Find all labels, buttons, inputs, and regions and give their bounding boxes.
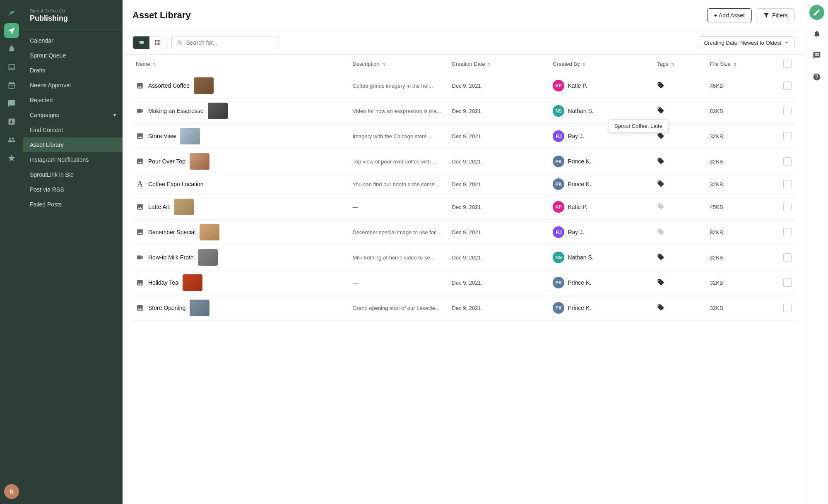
- sidebar-item-rejected[interactable]: Rejected: [23, 93, 123, 108]
- sidebar-item-instagram-notifications[interactable]: Instagram Notifications: [23, 152, 123, 167]
- tag-cell[interactable]: [657, 132, 664, 141]
- tag-cell[interactable]: Sprout Coffee, Latte: [657, 107, 664, 115]
- alerts-icon[interactable]: [809, 26, 824, 41]
- creator-name: Nathan S.: [568, 254, 593, 261]
- tag-cell[interactable]: [657, 304, 664, 312]
- asset-select[interactable]: [780, 124, 795, 149]
- row-checkbox[interactable]: [783, 278, 792, 287]
- asset-tags[interactable]: [654, 270, 707, 295]
- help-icon[interactable]: [809, 70, 824, 84]
- sidebar-item-needs-approval[interactable]: Needs Approval: [23, 78, 123, 93]
- sidebar-item-label: Needs Approval: [30, 82, 71, 89]
- tag-cell[interactable]: [657, 253, 664, 262]
- asset-tags[interactable]: [654, 174, 707, 194]
- tag-cell[interactable]: [657, 180, 664, 189]
- sidebar-item-sproutlink-in-bio[interactable]: SproutLink in Bio: [23, 167, 123, 182]
- col-tags[interactable]: Tags ⇅: [654, 55, 707, 73]
- notification-icon[interactable]: [4, 41, 19, 56]
- search-input[interactable]: [186, 39, 274, 46]
- col-file-size[interactable]: File Size ⇅: [707, 55, 780, 73]
- asset-description: Imagery with the Chicago store ...: [349, 124, 449, 149]
- asset-type-icon: [136, 304, 144, 312]
- add-asset-button[interactable]: + Add Asset: [707, 8, 752, 22]
- sidebar-item-failed-posts[interactable]: Failed Posts: [23, 197, 123, 212]
- asset-select[interactable]: [780, 295, 795, 321]
- asset-date: Dec 9, 2021: [449, 245, 550, 270]
- tag-cell[interactable]: [657, 203, 664, 211]
- filters-button[interactable]: Filters: [756, 8, 795, 22]
- chat-icon[interactable]: [809, 48, 824, 63]
- sidebar: Sprout Coffee Co. Publishing Calendar Sp…: [23, 0, 123, 504]
- tag-cell[interactable]: [657, 157, 664, 166]
- sort-dropdown[interactable]: Creating Date: Newest to Oldest: [699, 36, 795, 49]
- asset-name-cell: How-to Milk Froth: [132, 245, 349, 270]
- select-all-checkbox[interactable]: [783, 60, 792, 68]
- compose-icon[interactable]: [809, 5, 824, 20]
- star-icon[interactable]: [4, 151, 19, 166]
- asset-select[interactable]: [780, 270, 795, 295]
- row-checkbox[interactable]: [783, 203, 792, 211]
- asset-thumbnail: [200, 224, 219, 240]
- sidebar-item-find-content[interactable]: Find Content: [23, 122, 123, 137]
- tag-cell[interactable]: [657, 82, 664, 90]
- asset-tags[interactable]: [654, 124, 707, 149]
- tasks-icon[interactable]: [4, 78, 19, 93]
- row-checkbox[interactable]: [783, 253, 792, 262]
- tag-cell[interactable]: [657, 278, 664, 287]
- col-name[interactable]: Name ⇅: [132, 55, 349, 73]
- asset-filesize: 45KB: [707, 194, 780, 220]
- inbox-icon[interactable]: [4, 60, 19, 74]
- asset-date: Dec 9, 2021: [449, 194, 550, 220]
- asset-select[interactable]: [780, 194, 795, 220]
- asset-select[interactable]: [780, 245, 795, 270]
- main-header: Asset Library + Add Asset Filters: [123, 0, 805, 31]
- asset-tags[interactable]: [654, 245, 707, 270]
- header-actions: + Add Asset Filters: [707, 8, 795, 22]
- sidebar-item-campaigns[interactable]: Campaigns ▾: [23, 108, 123, 122]
- row-checkbox[interactable]: [783, 107, 792, 115]
- row-checkbox[interactable]: [783, 228, 792, 236]
- sidebar-item-label: Rejected: [30, 97, 53, 103]
- asset-name-cell: Pour Over Top: [132, 149, 349, 174]
- asset-tags[interactable]: [654, 220, 707, 245]
- row-checkbox[interactable]: [783, 132, 792, 140]
- analytics-icon[interactable]: [4, 114, 19, 129]
- creator-avatar: PK: [553, 302, 564, 314]
- asset-description: Grand opening shot of our Lakevie...: [349, 295, 449, 321]
- sidebar-item-calendar[interactable]: Calendar: [23, 33, 123, 48]
- listening-icon[interactable]: [4, 96, 19, 111]
- icon-rail: N: [0, 0, 23, 504]
- row-checkbox[interactable]: [783, 157, 792, 166]
- asset-tags[interactable]: [654, 295, 707, 321]
- row-checkbox[interactable]: [783, 82, 792, 90]
- asset-tags[interactable]: Sprout Coffee, Latte: [654, 98, 707, 124]
- search-container[interactable]: [171, 36, 279, 49]
- tag-cell[interactable]: [657, 228, 664, 237]
- list-view-button[interactable]: [133, 36, 149, 49]
- asset-tags[interactable]: [654, 194, 707, 220]
- col-created-by[interactable]: Created By ⇅: [549, 55, 654, 73]
- asset-select[interactable]: [780, 149, 795, 174]
- asset-thumbnail: [208, 103, 228, 119]
- asset-tags[interactable]: [654, 149, 707, 174]
- social-icon[interactable]: [4, 132, 19, 147]
- asset-description: —: [349, 270, 449, 295]
- sidebar-item-drafts[interactable]: Drafts: [23, 63, 123, 78]
- row-checkbox[interactable]: [783, 304, 792, 312]
- asset-tags[interactable]: [654, 73, 707, 98]
- sidebar-item-sprout-queue[interactable]: Sprout Queue: [23, 48, 123, 63]
- user-avatar[interactable]: N: [4, 484, 19, 499]
- sidebar-item-asset-library[interactable]: Asset Library: [23, 137, 123, 152]
- asset-select[interactable]: [780, 174, 795, 194]
- asset-filesize: 32KB: [707, 149, 780, 174]
- asset-creator: KP Katie P.: [549, 194, 654, 220]
- col-description[interactable]: Description ⇅: [349, 55, 449, 73]
- asset-select[interactable]: [780, 98, 795, 124]
- col-creation-date[interactable]: Creation Date ⇅: [449, 55, 550, 73]
- grid-view-button[interactable]: [149, 36, 166, 49]
- sidebar-item-post-via-rss[interactable]: Post via RSS: [23, 182, 123, 197]
- publishing-icon[interactable]: [4, 23, 19, 38]
- asset-select[interactable]: [780, 220, 795, 245]
- row-checkbox[interactable]: [783, 180, 792, 188]
- asset-select[interactable]: [780, 73, 795, 98]
